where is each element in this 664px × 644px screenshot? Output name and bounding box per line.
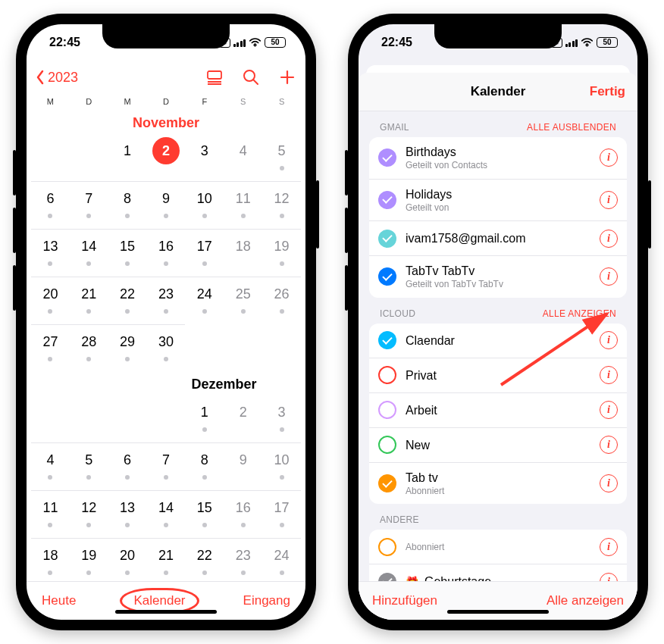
day-cell[interactable]: 13 <box>31 229 70 277</box>
calendar-checkbox[interactable] <box>378 331 396 349</box>
day-cell[interactable]: 23 <box>224 538 262 581</box>
today-button[interactable]: Heute <box>42 593 76 608</box>
calendar-row[interactable]: TabTv TabTvGeteilt von TabTv TabTvi <box>369 256 627 298</box>
calendar-row[interactable]: Abonnierti <box>369 530 627 564</box>
calendar-checkbox[interactable] <box>378 366 396 384</box>
day-cell[interactable]: 2 <box>147 134 186 181</box>
info-icon[interactable]: i <box>600 148 618 167</box>
day-cell[interactable]: 7 <box>70 181 108 229</box>
info-icon[interactable]: i <box>600 538 618 556</box>
home-indicator[interactable] <box>115 610 217 614</box>
info-icon[interactable]: i <box>600 401 618 419</box>
day-cell[interactable]: 29 <box>108 324 147 372</box>
back-button[interactable]: 2023 <box>36 70 78 86</box>
day-cell[interactable]: 3 <box>262 395 301 442</box>
day-cell[interactable]: 2 <box>224 395 262 442</box>
day-cell[interactable]: 17 <box>185 229 224 277</box>
day-cell[interactable]: 14 <box>70 229 108 277</box>
day-cell[interactable]: 26 <box>262 277 301 324</box>
calendar-checkbox[interactable] <box>378 401 396 419</box>
day-cell[interactable]: 9 <box>224 442 262 490</box>
calendar-row[interactable]: Claendari <box>369 324 627 358</box>
calendar-row[interactable]: ivam1758@gmail.comi <box>369 221 627 256</box>
add-icon[interactable] <box>278 68 296 86</box>
calendar-row[interactable]: Newi <box>369 428 627 463</box>
day-cell[interactable]: 15 <box>108 229 147 277</box>
info-icon[interactable]: i <box>600 191 618 209</box>
info-icon[interactable]: i <box>600 230 618 248</box>
day-cell[interactable]: 24 <box>262 538 301 581</box>
day-cell[interactable]: 4 <box>224 134 262 181</box>
inbox-button[interactable]: Eingang <box>243 593 290 608</box>
day-cell[interactable]: 19 <box>262 229 301 277</box>
day-cell[interactable]: 10 <box>262 442 301 490</box>
search-icon[interactable] <box>242 68 260 86</box>
day-cell[interactable]: 28 <box>70 324 108 372</box>
day-cell[interactable]: 10 <box>185 181 224 229</box>
day-cell[interactable]: 14 <box>147 490 186 538</box>
calendar-checkbox[interactable] <box>378 230 396 248</box>
day-cell[interactable]: 22 <box>185 538 224 581</box>
day-cell[interactable]: 24 <box>185 277 224 324</box>
day-cell[interactable]: 11 <box>31 490 70 538</box>
sheet-body[interactable]: GMAILALLE AUSBLENDENBirthdaysGeteilt von… <box>359 111 637 581</box>
calendar-row[interactable]: Tab tvAbonnierti <box>369 463 627 505</box>
day-cell[interactable]: 13 <box>108 490 147 538</box>
calendar-checkbox[interactable] <box>378 267 396 286</box>
day-cell[interactable]: 16 <box>224 490 262 538</box>
calendar-row[interactable]: HolidaysGeteilt von i <box>369 180 627 222</box>
list-view-icon[interactable] <box>205 68 224 86</box>
calendar-row[interactable]: BirthdaysGeteilt von Contactsi <box>369 137 627 180</box>
day-cell[interactable]: 11 <box>224 181 262 229</box>
day-cell[interactable]: 6 <box>108 442 147 490</box>
day-cell[interactable]: 20 <box>31 277 70 324</box>
calendar-checkbox[interactable] <box>378 148 396 167</box>
calendar-checkbox[interactable] <box>378 191 396 209</box>
day-cell[interactable]: 7 <box>147 442 186 490</box>
info-icon[interactable]: i <box>600 573 618 581</box>
day-cell[interactable]: 19 <box>70 538 108 581</box>
day-cell[interactable]: 1 <box>185 395 224 442</box>
day-cell[interactable]: 8 <box>108 181 147 229</box>
calendars-button[interactable]: Kalender <box>127 592 191 609</box>
done-button[interactable]: Fertig <box>590 84 625 99</box>
calendar-row[interactable]: Privati <box>369 358 627 393</box>
section-action[interactable]: ALLE ANZEIGEN <box>543 308 616 319</box>
day-cell[interactable]: 17 <box>262 490 301 538</box>
day-cell[interactable]: 5 <box>70 442 108 490</box>
day-cell[interactable]: 8 <box>185 442 224 490</box>
info-icon[interactable]: i <box>600 267 618 286</box>
day-cell[interactable]: 25 <box>224 277 262 324</box>
info-icon[interactable]: i <box>600 366 618 384</box>
day-cell[interactable]: 18 <box>31 538 70 581</box>
day-cell[interactable]: 16 <box>147 229 186 277</box>
calendar-row[interactable]: Arbeiti <box>369 393 627 428</box>
show-all-button[interactable]: Alle anzeigen <box>547 593 624 608</box>
section-action[interactable]: ALLE AUSBLENDEN <box>527 122 616 133</box>
day-cell[interactable]: 15 <box>185 490 224 538</box>
day-cell[interactable]: 3 <box>185 134 224 181</box>
day-cell[interactable]: 12 <box>262 181 301 229</box>
calendar-checkbox[interactable] <box>378 436 396 454</box>
calendar-checkbox[interactable] <box>378 474 396 492</box>
day-cell[interactable]: 1 <box>108 134 147 181</box>
day-cell[interactable]: 6 <box>31 181 70 229</box>
add-calendar-button[interactable]: Hinzufügen <box>372 593 437 608</box>
day-cell[interactable]: 12 <box>70 490 108 538</box>
day-cell[interactable]: 20 <box>108 538 147 581</box>
day-cell[interactable]: 23 <box>147 277 186 324</box>
info-icon[interactable]: i <box>600 474 618 492</box>
calendar-scroll[interactable]: November 1234567891011121314151617181920… <box>27 111 305 581</box>
info-icon[interactable]: i <box>600 331 618 349</box>
calendar-checkbox[interactable] <box>378 573 396 581</box>
day-cell[interactable]: 21 <box>70 277 108 324</box>
day-cell[interactable]: 27 <box>31 324 70 372</box>
calendar-checkbox[interactable] <box>378 538 396 556</box>
day-cell[interactable]: 5 <box>262 134 301 181</box>
day-cell[interactable]: 9 <box>147 181 186 229</box>
day-cell[interactable]: 30 <box>147 324 186 372</box>
day-cell[interactable]: 4 <box>31 442 70 490</box>
day-cell[interactable]: 22 <box>108 277 147 324</box>
info-icon[interactable]: i <box>600 436 618 454</box>
day-cell[interactable]: 18 <box>224 229 262 277</box>
